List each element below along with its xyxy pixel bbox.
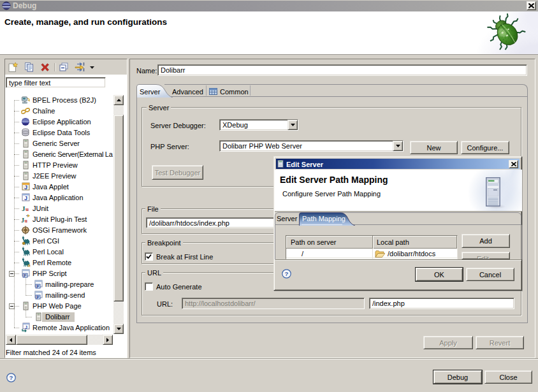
svg-text:R: R <box>28 264 31 268</box>
svg-text:P: P <box>36 295 40 300</box>
svg-text:J: J <box>25 325 27 330</box>
svg-text:u: u <box>25 218 28 224</box>
svg-text:J: J <box>24 195 27 201</box>
svg-text:J: J <box>21 217 24 224</box>
svg-text:J: J <box>24 184 27 191</box>
svg-text:?: ? <box>285 270 289 277</box>
svg-text:P: P <box>36 284 40 289</box>
svg-text:u: u <box>25 206 29 212</box>
svg-text:?: ? <box>10 374 13 381</box>
